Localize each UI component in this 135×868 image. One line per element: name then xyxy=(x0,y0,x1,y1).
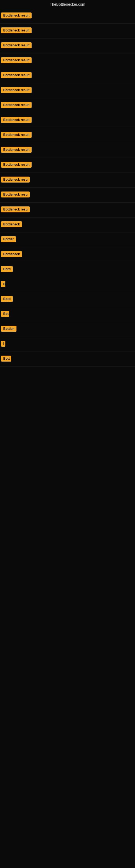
bottleneck-row: Bottleneck resu xyxy=(0,203,135,218)
bottleneck-badge[interactable]: Bottleneck xyxy=(1,251,22,257)
bottleneck-row: Bottlen xyxy=(0,322,135,337)
bottleneck-badge[interactable]: Bottleneck result xyxy=(1,57,32,63)
bottleneck-badge[interactable]: Bottleneck resu xyxy=(1,191,30,197)
bottleneck-row: Bottleneck result xyxy=(0,38,135,54)
bottleneck-row: Bottleneck result xyxy=(0,113,135,128)
bottleneck-row: Bottl xyxy=(0,292,135,307)
bottleneck-badge[interactable]: Bottler xyxy=(1,236,16,242)
bottleneck-row: Bottler xyxy=(0,232,135,247)
bottleneck-badge[interactable]: Bottl xyxy=(1,296,13,302)
bottleneck-badge[interactable]: Bottleneck result xyxy=(1,117,32,123)
bottleneck-badge[interactable]: I xyxy=(1,341,5,347)
bottleneck-row: Bottleneck result xyxy=(0,68,135,83)
bottleneck-row: Bottleneck result xyxy=(0,83,135,98)
bottleneck-row: B xyxy=(0,277,135,292)
bottleneck-row: Bottl xyxy=(0,262,135,277)
bottleneck-badge[interactable]: Bott xyxy=(1,355,11,362)
bottleneck-badge[interactable]: Bottleneck result xyxy=(1,162,32,167)
bottleneck-badge[interactable]: Bottleneck result xyxy=(1,147,32,153)
bottleneck-badge[interactable]: Bottlen xyxy=(1,326,16,332)
bottleneck-badge[interactable]: Bottleneck result xyxy=(1,87,32,93)
bottleneck-badge[interactable]: Bottleneck resu xyxy=(1,177,30,183)
bottleneck-badge[interactable]: Bottleneck result xyxy=(1,102,32,108)
bottleneck-row: Bottleneck result xyxy=(0,9,135,24)
bottleneck-badge[interactable]: Bottleneck xyxy=(1,221,22,227)
bottleneck-badge[interactable]: Bottleneck result xyxy=(1,42,32,48)
bottleneck-row: Bottleneck result xyxy=(0,143,135,158)
bottleneck-row: Bot xyxy=(0,307,135,322)
bottleneck-badge[interactable]: Bottleneck result xyxy=(1,12,32,19)
bottleneck-badge[interactable]: Bottleneck result xyxy=(1,132,32,138)
bottleneck-badge[interactable]: Bottl xyxy=(1,266,13,272)
bottleneck-badge[interactable]: Bot xyxy=(1,311,9,317)
bottleneck-row: Bott xyxy=(0,352,135,367)
bottleneck-badge[interactable]: Bottleneck resu xyxy=(1,207,30,212)
bottleneck-row: Bottleneck xyxy=(0,247,135,262)
bottleneck-row: Bottleneck resu xyxy=(0,173,135,188)
bottleneck-row: Bottleneck result xyxy=(0,128,135,143)
bottleneck-row: Bottleneck result xyxy=(0,158,135,173)
site-title: TheBottlenecker.com xyxy=(0,0,135,9)
bottleneck-row: Bottleneck xyxy=(0,218,135,232)
bottleneck-badge[interactable]: B xyxy=(1,281,5,287)
bottleneck-row: I xyxy=(0,337,135,352)
bottleneck-row: Bottleneck result xyxy=(0,98,135,113)
bottleneck-badge[interactable]: Bottleneck result xyxy=(1,72,32,78)
bottleneck-row: Bottleneck result xyxy=(0,54,135,68)
bottleneck-row: Bottleneck result xyxy=(0,24,135,38)
bottleneck-badge[interactable]: Bottleneck result xyxy=(1,27,32,33)
bottleneck-row: Bottleneck resu xyxy=(0,188,135,203)
